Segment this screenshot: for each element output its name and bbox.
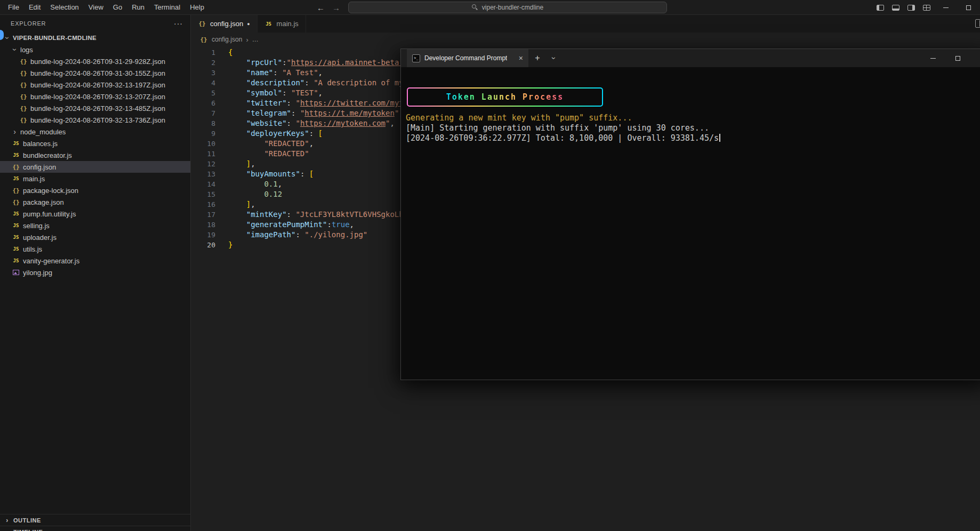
menu-bar: FileEditSelectionViewGoRunTerminalHelp (0, 0, 209, 14)
code-line-text: "website": "https://mytoken.com", (228, 118, 395, 128)
line-number: 9 (191, 128, 228, 139)
terminal-tab-close-button[interactable]: × (519, 54, 523, 62)
line-number: 20 (191, 240, 228, 250)
tree-item-bundle-log-2024-08-26T09-32-13-207Z.json[interactable]: {}bundle-log-2024-08-26T09-32-13-207Z.js… (0, 91, 190, 102)
code-line-text: "REDACTED" (228, 149, 309, 159)
toggle-secondary-sidebar-button[interactable] (903, 0, 919, 15)
tree-item-label: uploader.js (23, 234, 57, 242)
banner-title: Token Launch Process (446, 92, 564, 102)
tree-item-label: logs (20, 46, 33, 54)
tree-item-label: main.js (23, 175, 45, 183)
tree-item-bundle-log-2024-08-26T09-32-13-736Z.json[interactable]: {}bundle-log-2024-08-26T09-32-13-736Z.js… (0, 114, 190, 126)
breadcrumb-more[interactable]: … (252, 36, 259, 43)
code-line-text: 0.12 (228, 189, 282, 199)
line-number: 14 (191, 179, 228, 189)
explorer-header: EXPLORER ··· (0, 15, 190, 32)
line-number: 2 (191, 58, 228, 68)
tree-item-bundle-log-2024-08-26T09-31-30-155Z.json[interactable]: {}bundle-log-2024-08-26T09-31-30-155Z.js… (0, 67, 190, 79)
code-line-text: "symbol": "TEST", (228, 88, 323, 98)
tree-item-label: VIPER-BUNDLER-CMDLINE (13, 35, 97, 41)
tab-config.json[interactable]: {}config.json● (191, 15, 258, 33)
code-line-text: "REDACTED", (228, 139, 314, 149)
menu-item-terminal[interactable]: Terminal (149, 0, 185, 14)
code-line-text: "rpcUrl":"https://api.mainnet-beta.sol (228, 58, 417, 68)
tree-item-uploader.js[interactable]: JSuploader.js (0, 231, 190, 243)
toggle-panel-button[interactable] (888, 0, 903, 15)
tree-item-bundle-log-2024-08-26T09-32-13-485Z.json[interactable]: {}bundle-log-2024-08-26T09-32-13-485Z.js… (0, 102, 190, 114)
menu-item-go[interactable]: Go (108, 0, 127, 14)
line-number: 4 (191, 78, 228, 88)
tree-item-label: bundle-log-2024-08-26T09-32-13-736Z.json (30, 116, 165, 124)
tree-item-selling.js[interactable]: JSselling.js (0, 220, 190, 231)
minimize-button[interactable] (934, 0, 957, 15)
img-file-icon (13, 270, 19, 275)
terminal-close-button[interactable]: × (970, 49, 980, 67)
code-line-text: } (228, 240, 232, 250)
line-number: 15 (191, 189, 228, 199)
tree-item-vanity-generator.js[interactable]: JSvanity-generator.js (0, 255, 190, 267)
menu-item-edit[interactable]: Edit (24, 0, 45, 14)
js-file-icon: JS (12, 246, 20, 252)
nav-forward-button[interactable]: → (332, 3, 340, 12)
terminal-maximize-button[interactable] (945, 49, 970, 67)
code-line-text: "twitter": "https://twitter.com/mytoke (228, 98, 417, 108)
tab-main.js[interactable]: JSmain.js (258, 15, 306, 33)
line-number: 12 (191, 159, 228, 169)
search-icon (472, 4, 478, 11)
terminal-tab[interactable]: >_ Developer Command Prompt × (407, 49, 528, 67)
tree-item-logs[interactable]: ›logs (0, 44, 190, 55)
json-file-icon: {} (199, 36, 208, 43)
tree-item-node_modules[interactable]: ›node_modules (0, 126, 190, 138)
line-number: 18 (191, 220, 228, 230)
tree-item-bundle-log-2024-08-26T09-32-13-197Z.json[interactable]: {}bundle-log-2024-08-26T09-32-13-197Z.js… (0, 79, 190, 91)
line-number: 19 (191, 230, 228, 240)
panel-timeline[interactable]: ›TIMELINE (0, 526, 190, 531)
tree-item-label: vanity-generator.js (23, 257, 79, 265)
js-file-icon: JS (12, 152, 20, 158)
tab-dropdown-button[interactable]: › (547, 49, 561, 67)
split-editor-icon[interactable] (975, 19, 980, 28)
line-number: 10 (191, 139, 228, 149)
nav-back-button[interactable]: ← (317, 3, 325, 12)
tree-item-label: yilong.jpg (23, 269, 52, 277)
command-prompt-icon: >_ (412, 54, 420, 62)
menu-item-selection[interactable]: Selection (45, 0, 83, 14)
panel-outline[interactable]: ›OUTLINE (0, 514, 190, 526)
tree-item-label: config.json (23, 163, 56, 171)
tree-item-package.json[interactable]: {}package.json (0, 196, 190, 208)
terminal-minimize-button[interactable] (921, 49, 945, 67)
tree-item-yilong.jpg[interactable]: yilong.jpg (0, 267, 190, 278)
code-line-text: ], (228, 159, 255, 169)
js-file-icon: JS (12, 258, 20, 263)
menu-item-run[interactable]: Run (127, 0, 149, 14)
maximize-button[interactable] (957, 0, 980, 15)
terminal-cursor (719, 134, 720, 142)
chevron-right-icon: › (12, 127, 18, 136)
tree-item-bundlecreator.js[interactable]: JSbundlecreator.js (0, 149, 190, 161)
sidebar-layout-icon (877, 5, 884, 11)
tree-item-pump.fun.utility.js[interactable]: JSpump.fun.utility.js (0, 208, 190, 220)
tree-item-bundle-log-2024-08-26T09-31-29-928Z.json[interactable]: {}bundle-log-2024-08-26T09-31-29-928Z.js… (0, 55, 190, 67)
tree-item-balances.js[interactable]: JSbalances.js (0, 138, 190, 149)
panel-label: TIMELINE (13, 529, 43, 531)
new-tab-button[interactable]: + (528, 49, 547, 67)
code-line-text: 0.1, (228, 179, 282, 189)
tree-item-package-lock.json[interactable]: {}package-lock.json (0, 184, 190, 196)
views-more-icon[interactable]: ··· (174, 19, 183, 28)
js-file-icon: JS (264, 21, 273, 27)
terminal-titlebar[interactable]: >_ Developer Command Prompt × + › × (401, 49, 980, 67)
customize-layout-button[interactable] (919, 0, 934, 15)
search-value: viper-bundler-cmdline (482, 4, 543, 11)
menu-item-file[interactable]: File (3, 0, 24, 14)
breadcrumb-file[interactable]: config.json (212, 36, 242, 43)
json-file-icon: {} (19, 117, 28, 124)
tree-item-main.js[interactable]: JSmain.js (0, 173, 190, 184)
search-box[interactable]: viper-bundler-cmdline (348, 2, 667, 13)
tree-item-utils.js[interactable]: JSutils.js (0, 243, 190, 255)
menu-item-help[interactable]: Help (185, 0, 209, 14)
tree-item-VIPER-BUNDLER-CMDLINE[interactable]: ›VIPER-BUNDLER-CMDLINE (0, 32, 190, 44)
terminal-body[interactable]: Token Launch Process Generating a new mi… (401, 87, 980, 143)
menu-item-view[interactable]: View (84, 0, 108, 14)
toggle-sidebar-button[interactable] (872, 0, 888, 15)
tree-item-config.json[interactable]: {}config.json (0, 161, 190, 173)
